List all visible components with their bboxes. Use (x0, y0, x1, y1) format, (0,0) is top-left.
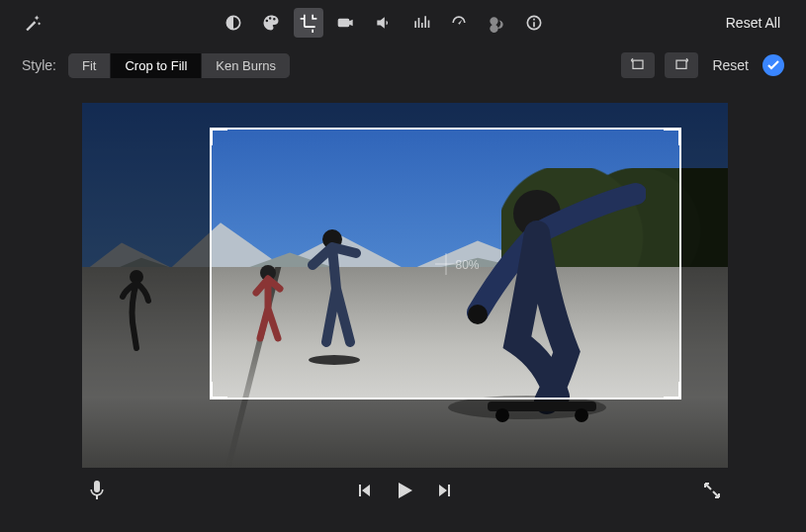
rotate-ccw-icon[interactable] (621, 52, 655, 78)
style-right-controls: Reset (621, 52, 784, 78)
crop-handle-tr[interactable] (664, 128, 681, 145)
reset-all-button[interactable]: Reset All (720, 11, 786, 35)
info-icon[interactable] (519, 8, 549, 38)
camera-icon[interactable] (331, 8, 361, 38)
playback-controls (356, 480, 453, 501)
volume-icon[interactable] (369, 8, 399, 38)
svg-point-9 (575, 408, 588, 422)
reset-button[interactable]: Reset (708, 53, 753, 77)
playback-bar (82, 471, 728, 510)
play-icon[interactable] (394, 480, 415, 501)
fullscreen-icon[interactable] (702, 481, 722, 500)
style-option-fit[interactable]: Fit (68, 53, 111, 78)
skater-far (115, 259, 160, 358)
equalizer-icon[interactable] (406, 8, 436, 38)
microphone-icon[interactable] (88, 480, 106, 501)
skip-forward-icon[interactable] (437, 483, 453, 498)
crop-icon[interactable] (294, 8, 323, 38)
checkmark-icon (767, 60, 779, 70)
style-label: Style: (22, 57, 56, 73)
crop-percent-label: 80% (456, 258, 480, 272)
svg-point-8 (495, 408, 509, 422)
crop-handle-bl[interactable] (210, 382, 227, 399)
top-toolbar: Reset All (0, 0, 806, 45)
filters-icon[interactable] (482, 8, 511, 38)
crop-handle-tl[interactable] (210, 128, 227, 145)
magic-wand-icon[interactable] (18, 8, 47, 38)
style-option-crop-to-fill[interactable]: Crop to Fill (111, 53, 202, 78)
style-option-ken-burns[interactable]: Ken Burns (202, 53, 290, 78)
crop-center-cross (435, 253, 457, 275)
speed-icon[interactable] (444, 8, 474, 38)
rotate-cw-icon[interactable] (665, 52, 698, 78)
palette-icon[interactable] (256, 8, 286, 38)
adjustment-tools (219, 8, 549, 38)
contrast-icon[interactable] (219, 8, 248, 38)
crop-box[interactable]: 80% (210, 128, 681, 399)
skip-back-icon[interactable] (356, 483, 372, 498)
style-segmented-control: Fit Crop to Fill Ken Burns (68, 53, 290, 78)
style-row: Style: Fit Crop to Fill Ken Burns Reset (0, 45, 806, 85)
crop-handle-br[interactable] (664, 382, 681, 399)
video-viewer: 80% (82, 103, 728, 468)
apply-button[interactable] (762, 54, 784, 76)
